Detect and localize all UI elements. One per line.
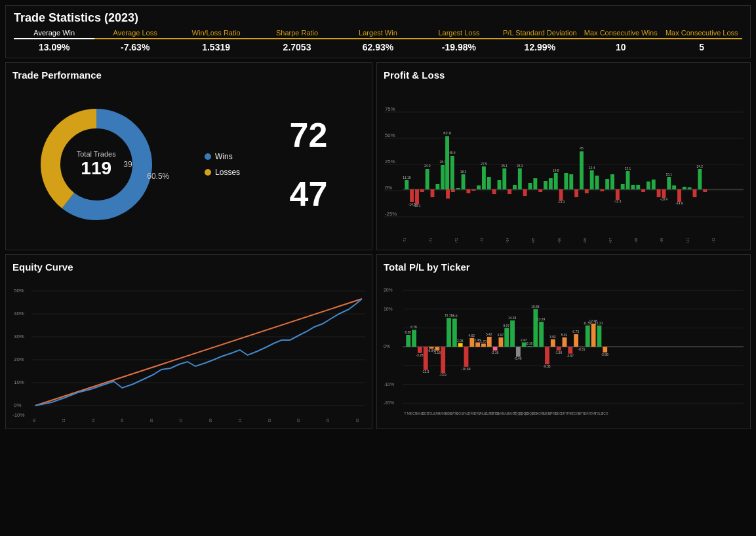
svg-rect-64 <box>600 189 604 191</box>
svg-rect-39 <box>502 168 506 189</box>
svg-rect-23 <box>435 184 439 189</box>
svg-rect-193 <box>539 322 544 347</box>
svg-text:-9.35: -9.35 <box>543 365 550 368</box>
wins-label: Wins <box>215 152 233 161</box>
svg-rect-67 <box>616 189 620 200</box>
svg-rect-181 <box>504 328 509 347</box>
svg-rect-46 <box>528 183 532 189</box>
svg-rect-191 <box>533 309 538 347</box>
svg-text:18-05: 18-05 <box>532 238 535 243</box>
stat-sharpe[interactable]: Sharpe Ratio 2.7053 <box>256 29 337 52</box>
stat-max-consec-wins[interactable]: Max Consecutive Wins 10 <box>580 29 661 52</box>
stat-max-consec-wins-value: 10 <box>616 42 626 52</box>
svg-rect-157 <box>435 347 439 351</box>
stat-sharpe-label: Sharpe Ratio <box>256 29 337 39</box>
stat-avg-loss-label: Average Loss <box>94 29 175 39</box>
svg-rect-83 <box>677 189 681 202</box>
svg-text:-2.16: -2.16 <box>433 351 441 354</box>
svg-text:19.8: 19.8 <box>553 169 559 172</box>
stat-winloss[interactable]: Win/Loss Ratio 1.5319 <box>176 29 256 52</box>
svg-text:-10.69: -10.69 <box>462 368 471 371</box>
svg-rect-211 <box>591 324 596 347</box>
svg-text:5.42: 5.42 <box>486 333 492 336</box>
svg-text:22/11: 22/11 <box>238 419 242 422</box>
svg-rect-74 <box>641 189 645 192</box>
svg-rect-80 <box>667 177 671 189</box>
svg-text:07/07: 07/07 <box>179 419 183 422</box>
equity-curve-title: Equity Curve <box>12 261 365 273</box>
svg-text:27.5: 27.5 <box>481 163 487 166</box>
svg-rect-61 <box>590 170 594 189</box>
wins-count: 72 <box>289 115 327 155</box>
bottom-row: Equity Curve 50% 40% 30% 20% 10% 0% <box>5 254 751 429</box>
svg-text:1.70: 1.70 <box>480 340 487 343</box>
svg-rect-93 <box>450 156 454 189</box>
svg-rect-151 <box>418 347 422 353</box>
svg-text:-12.3: -12.3 <box>422 370 429 373</box>
svg-text:40.4: 40.4 <box>449 151 456 155</box>
svg-text:22.4: 22.4 <box>589 166 595 170</box>
svg-text:50%: 50% <box>14 288 24 294</box>
svg-rect-56 <box>569 174 573 189</box>
svg-rect-85 <box>683 187 686 189</box>
donut-container: 39.5% Total Trades 119 60.5% <box>12 86 365 243</box>
svg-rect-78 <box>662 189 666 198</box>
svg-text:-0.31: -0.31 <box>578 348 585 351</box>
stat-largest-loss-value: -19.98% <box>442 42 476 52</box>
stat-largest-win-label: Largest Win <box>338 29 418 39</box>
svg-text:11.21: 11.21 <box>595 322 603 325</box>
svg-rect-15 <box>410 189 414 202</box>
svg-rect-57 <box>574 189 578 197</box>
svg-text:24.0: 24.0 <box>424 164 431 168</box>
svg-rect-159 <box>441 347 445 373</box>
stats-bar: Trade Statistics (2023) Average Win 13.0… <box>5 5 751 58</box>
stat-pl-stddev[interactable]: P/L Standard Deviation 12.99% <box>500 29 580 52</box>
stat-max-consec-loss[interactable]: Max Consecutive Loss 5 <box>662 29 742 52</box>
ticker-chart: 20% 10% 0% -10% -20% 6.38 <box>384 278 744 422</box>
svg-text:2-T1: 2-T1 <box>429 238 433 243</box>
svg-rect-65 <box>605 179 609 189</box>
svg-rect-45 <box>523 189 527 196</box>
svg-text:3-T2: 3-T2 <box>455 238 458 243</box>
stat-avg-win[interactable]: Average Win 13.09% <box>14 29 94 52</box>
svg-text:4.62: 4.62 <box>469 334 475 337</box>
profit-loss-title: Profit & Loss <box>384 69 744 81</box>
svg-text:20%: 20% <box>14 356 24 362</box>
svg-rect-213 <box>597 326 601 347</box>
svg-text:25.1: 25.1 <box>502 164 508 168</box>
svg-text:-10%: -10% <box>12 412 25 418</box>
svg-rect-13 <box>405 180 408 189</box>
svg-text:75%: 75% <box>385 106 395 112</box>
big-numbers: 72 47 <box>289 115 340 214</box>
svg-rect-28 <box>456 188 460 189</box>
svg-text:13.29: 13.29 <box>537 318 546 321</box>
svg-rect-38 <box>498 180 502 189</box>
svg-rect-177 <box>493 347 498 351</box>
middle-row: Trade Performance 39.5% Total Trades <box>5 62 751 250</box>
svg-rect-72 <box>631 185 635 189</box>
svg-rect-197 <box>551 339 555 347</box>
stat-max-consec-loss-label: Max Consecutive Loss <box>662 29 742 39</box>
stat-largest-loss[interactable]: Largest Loss -19.98% <box>418 29 499 52</box>
svg-text:7-04: 7-04 <box>506 238 509 243</box>
svg-text:4.97: 4.97 <box>498 334 504 337</box>
svg-text:-10%: -10% <box>384 382 394 387</box>
profit-loss-panel: Profit & Loss 75% 50% 25% 0% -25% <box>376 62 751 250</box>
total-trades-label: Total Trades <box>77 150 116 158</box>
svg-text:2.06: 2.06 <box>457 339 464 343</box>
trade-performance-title: Trade Performance <box>12 69 365 81</box>
stat-largest-win[interactable]: Largest Win 62.93% <box>338 29 418 52</box>
svg-rect-199 <box>557 347 561 351</box>
svg-text:15/10: 15/10 <box>32 419 36 422</box>
svg-rect-82 <box>672 185 676 189</box>
stat-largest-loss-label: Largest Loss <box>418 29 499 39</box>
svg-text:6.38: 6.38 <box>405 331 411 334</box>
donut-chart: 39.5% Total Trades 119 60.5% <box>37 105 155 223</box>
stat-avg-loss[interactable]: Average Loss -7.63% <box>94 29 175 52</box>
svg-rect-48 <box>538 189 542 192</box>
svg-rect-187 <box>522 343 527 347</box>
svg-rect-24 <box>441 165 445 189</box>
svg-rect-26 <box>446 189 450 199</box>
svg-rect-53 <box>559 189 563 201</box>
losses-color-dot <box>205 169 211 176</box>
